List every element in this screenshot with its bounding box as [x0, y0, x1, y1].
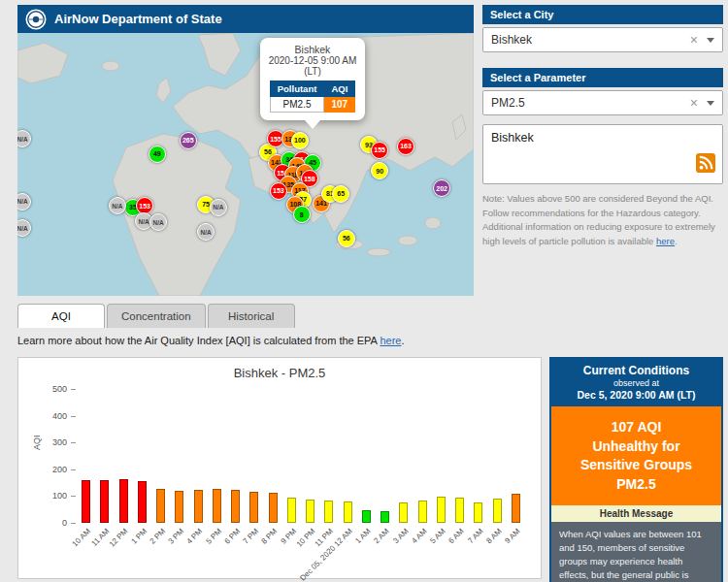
- x-tick-label: 11 AM: [89, 527, 111, 548]
- app-title: AirNow Department of State: [54, 12, 222, 26]
- popup-aqi-table: Pollutant AQI PM2.5 107: [270, 81, 356, 113]
- chart-bar: [175, 491, 183, 523]
- chart-bar: [119, 479, 128, 523]
- chart-bar: [381, 511, 389, 523]
- parameter-select[interactable]: PM2.5 ×: [482, 90, 723, 115]
- popup-city: Bishkek: [265, 44, 360, 55]
- select-parameter-header: Select a Parameter: [482, 68, 723, 87]
- x-tick-label: 2 AM: [373, 527, 391, 545]
- chart-bar: [474, 502, 482, 523]
- tab-historical[interactable]: Historical: [208, 304, 295, 328]
- x-tick-label: 7 PM: [242, 527, 261, 546]
- chevron-down-icon[interactable]: [707, 101, 714, 106]
- chart-bar: [100, 480, 109, 523]
- tab-aqi[interactable]: AQI: [17, 304, 105, 328]
- x-tick-label: 3 AM: [391, 527, 410, 545]
- aqi-marker[interactable]: 153: [270, 182, 287, 200]
- chart-bar: [194, 490, 203, 523]
- y-tick-label: 100: [52, 491, 67, 501]
- y-tick-label: 400: [52, 411, 67, 421]
- observed-at-label: observed at: [555, 378, 717, 388]
- chart-bar: [399, 502, 408, 523]
- observed-datetime: Dec 5, 2020 9:00 AM (LT): [555, 389, 717, 401]
- popup-col-aqi: AQI: [324, 81, 355, 97]
- clear-parameter-icon[interactable]: ×: [690, 96, 698, 110]
- aqi-marker[interactable]: N/A: [109, 197, 126, 214]
- note-period: .: [675, 236, 678, 246]
- y-tick-mark: [71, 523, 76, 524]
- chart-title: Bishkek - PM2.5: [18, 358, 541, 380]
- x-tick-label: 7 AM: [466, 527, 484, 545]
- x-tick-label: 5 AM: [428, 527, 447, 545]
- aqi-marker[interactable]: N/A: [210, 199, 227, 216]
- y-tick-mark: [71, 442, 76, 443]
- popup-pollutant-value: PM2.5: [270, 97, 324, 113]
- y-tick-label: 300: [52, 437, 67, 447]
- x-tick-label: 9 AM: [503, 527, 521, 545]
- current-conditions-title: Current Conditions: [555, 364, 717, 377]
- y-axis-label: AQI: [32, 435, 42, 450]
- y-tick-label: 200: [52, 465, 67, 474]
- y-tick-mark: [71, 496, 76, 497]
- epa-here-link[interactable]: here: [380, 335, 401, 346]
- chart-bar: [418, 501, 427, 523]
- current-conditions-header: Current Conditions observed at Dec 5, 20…: [551, 359, 721, 406]
- aqi-marker[interactable]: 56: [338, 230, 355, 247]
- aqi-marker[interactable]: 8: [293, 206, 311, 223]
- x-tick-label: 1 PM: [129, 527, 149, 546]
- chart-bar: [249, 492, 258, 523]
- note-here-link[interactable]: here: [656, 236, 675, 246]
- x-tick-label: 10 PM: [294, 527, 316, 549]
- popup-col-pollutant: Pollutant: [270, 81, 324, 97]
- y-tick-mark: [71, 469, 76, 470]
- chart-bar: [512, 494, 520, 523]
- chart-bar: [82, 480, 90, 523]
- aqi-marker[interactable]: 265: [180, 132, 197, 149]
- aqi-marker[interactable]: 163: [397, 138, 414, 155]
- health-message-text: When AQI values are between 101 and 150,…: [551, 522, 721, 582]
- x-tick-label: 6 AM: [447, 527, 466, 545]
- city-feed-text: Bishkek: [483, 125, 722, 150]
- popup-tail: [305, 120, 320, 129]
- tab-concentration[interactable]: Concentration: [107, 304, 206, 328]
- chart-bar: [324, 501, 333, 523]
- aqi-marker[interactable]: 155: [371, 142, 388, 159]
- x-tick-label: 4 PM: [185, 527, 205, 546]
- x-tick-label: 8 AM: [484, 527, 503, 545]
- rss-icon[interactable]: [696, 153, 715, 177]
- learn-more-text: Learn more about how the Air Quality Ind…: [17, 335, 404, 346]
- popup-aqi-value: 107: [324, 97, 355, 113]
- chart-plot-area: 10 AM11 AM12 PM1 PM2 PM3 PM4 PM5 PM6 PM7…: [77, 389, 525, 523]
- current-conditions-panel: Current Conditions observed at Dec 5, 20…: [549, 357, 723, 582]
- select-city-header: Select a City: [482, 5, 723, 24]
- current-aqi-value: 107 AQI: [561, 418, 711, 437]
- world-map[interactable]: N/AN/AN/A4926535153N/AN/AN/A75N/AN/A5615…: [17, 33, 474, 296]
- aqi-marker[interactable]: 100: [291, 132, 309, 149]
- chart-bar: [437, 497, 446, 523]
- chevron-down-icon[interactable]: [707, 38, 714, 43]
- chart-bar: [306, 500, 314, 523]
- y-tick-label: 0: [62, 518, 67, 528]
- x-tick-label: 8 PM: [260, 527, 280, 546]
- x-tick-label: 3 PM: [167, 527, 186, 546]
- tab-bar: AQI Concentration Historical: [17, 304, 295, 328]
- x-tick-label: 5 PM: [204, 527, 223, 546]
- x-tick-label: 12 PM: [108, 527, 130, 549]
- app-header: AirNow Department of State: [17, 5, 474, 33]
- note-text: Note: Values above 500 are considered Be…: [482, 193, 715, 246]
- chart-bar: [287, 498, 296, 523]
- dos-seal-logo: [25, 9, 47, 30]
- clear-city-icon[interactable]: ×: [690, 33, 698, 47]
- aqi-marker[interactable]: 49: [149, 146, 166, 163]
- health-message-header: Health Message: [551, 505, 721, 522]
- y-tick-label: 500: [52, 384, 67, 394]
- chart-bar: [231, 490, 240, 523]
- chart-bar: [138, 481, 147, 523]
- city-select-value: Bishkek: [491, 33, 690, 47]
- popup-datetime: 2020-12-05 9:00 AM: [265, 55, 360, 66]
- x-tick-label: 4 AM: [410, 527, 428, 545]
- aqi-marker[interactable]: 65: [332, 185, 349, 203]
- aqi-chart-panel: Bishkek - PM2.5 AQI 10 AM11 AM12 PM1 PM2…: [17, 357, 542, 579]
- city-select[interactable]: Bishkek ×: [482, 27, 723, 52]
- current-aqi-parameter: PM2.5: [561, 475, 711, 495]
